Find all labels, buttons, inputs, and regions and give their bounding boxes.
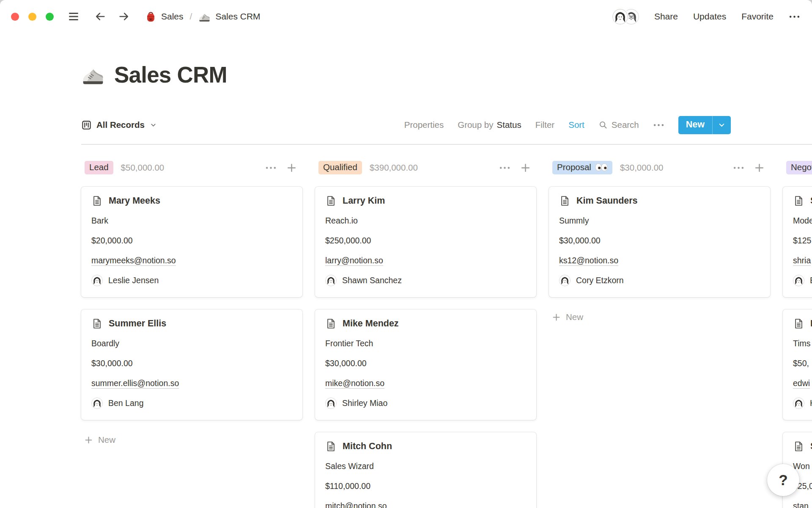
- page-icon: [559, 195, 571, 207]
- new-record-button[interactable]: New: [678, 116, 731, 134]
- card-company: Bark: [91, 215, 292, 226]
- card-email-link[interactable]: mike@notion.so: [325, 378, 384, 389]
- record-card[interactable]: S Mode $125 shria E: [783, 187, 812, 297]
- search-label: Search: [612, 120, 639, 130]
- card-email-link[interactable]: ks12@notion.so: [559, 256, 618, 266]
- column-status-badge[interactable]: Qualified: [318, 161, 362, 174]
- page-icon: [793, 441, 804, 452]
- add-card-button[interactable]: New: [549, 309, 770, 325]
- column-more-icon[interactable]: [499, 166, 510, 170]
- page-title[interactable]: Sales CRM: [114, 63, 227, 87]
- updates-button[interactable]: Updates: [693, 11, 726, 22]
- card-company: Tims: [793, 338, 812, 349]
- app-window: Sales / Sales CRM Share Updates Favorite…: [0, 0, 812, 508]
- card-company: Mode: [793, 215, 812, 226]
- group-by-button[interactable]: Group by Status: [458, 120, 521, 130]
- column-cards: S Mode $125 shria E E Tims $50, edwi H: [783, 187, 812, 508]
- add-card-label: New: [98, 435, 115, 445]
- column-total: $30,000.00: [620, 163, 664, 173]
- record-card[interactable]: Mitch Cohn Sales Wizard $110,000.00 mitc…: [315, 432, 536, 508]
- column-cards: Kim Saunders Summly $30,000.00 ks12@noti…: [549, 187, 770, 297]
- card-email-link[interactable]: shria: [793, 256, 811, 266]
- add-card-button[interactable]: New: [81, 432, 302, 447]
- filter-button[interactable]: Filter: [535, 120, 555, 130]
- column-add-icon[interactable]: [521, 163, 530, 173]
- plus-icon: [85, 436, 93, 444]
- zoom-window-button[interactable]: [46, 13, 54, 21]
- back-arrow-icon[interactable]: [94, 11, 106, 22]
- owner-avatar: [91, 275, 103, 286]
- board: Lead $50,000.00 Mary Meeks Bark $20,000.…: [0, 145, 812, 508]
- owner-name: Shawn Sanchez: [342, 275, 402, 286]
- help-button[interactable]: ?: [767, 464, 799, 496]
- minimize-window-button[interactable]: [28, 13, 36, 21]
- column-add-icon[interactable]: [287, 163, 296, 173]
- sort-button[interactable]: Sort: [568, 120, 584, 130]
- card-email-link[interactable]: marymeeks@notion.so: [91, 256, 176, 266]
- view-name: All Records: [96, 120, 145, 130]
- column-status-badge[interactable]: Lead: [85, 161, 113, 174]
- column-status-badge[interactable]: Negotiation: [786, 161, 812, 174]
- status-label: Proposal: [557, 162, 591, 172]
- breadcrumb-item-sales[interactable]: Sales: [145, 11, 184, 22]
- card-email-link[interactable]: edwi: [793, 378, 810, 389]
- card-title: Mary Meeks: [109, 196, 160, 206]
- properties-button[interactable]: Properties: [404, 120, 444, 130]
- sidebar-menu-icon[interactable]: [67, 10, 80, 23]
- card-amount: $30,000.00: [559, 235, 760, 246]
- column-header: Qualified $390,000.00: [315, 160, 536, 175]
- breadcrumb-label: Sales CRM: [215, 11, 260, 22]
- chevron-down-icon: [150, 122, 156, 128]
- card-company: Sales Wizard: [325, 461, 526, 472]
- card-email-link[interactable]: larry@notion.so: [325, 256, 383, 266]
- record-card[interactable]: Larry Kim Reach.io $250,000.00 larry@not…: [315, 187, 536, 297]
- column-more-icon[interactable]: [265, 166, 277, 170]
- card-company: Boardly: [91, 338, 292, 349]
- page-sneaker-icon[interactable]: [81, 63, 105, 87]
- search-button[interactable]: Search: [598, 120, 639, 130]
- column-status-badge[interactable]: Proposal: [552, 161, 612, 174]
- column-more-icon[interactable]: [733, 166, 744, 170]
- collaborator-avatar[interactable]: [612, 9, 628, 25]
- view-switcher[interactable]: All Records: [81, 120, 156, 130]
- card-amount: $110,000.00: [325, 480, 526, 492]
- card-company: Frontier Tech: [325, 338, 526, 349]
- sneaker-icon: [198, 11, 211, 23]
- plus-icon: [552, 313, 560, 321]
- card-email-link[interactable]: stan: [793, 501, 809, 508]
- card-amount: $250,000.00: [325, 235, 526, 246]
- record-card[interactable]: Mary Meeks Bark $20,000.00 marymeeks@not…: [81, 187, 302, 297]
- card-company: Reach.io: [325, 215, 526, 226]
- owner-avatar: [559, 275, 571, 286]
- breadcrumb: Sales / Sales CRM: [145, 11, 261, 23]
- favorite-button[interactable]: Favorite: [741, 11, 774, 22]
- board-column: Lead $50,000.00 Mary Meeks Bark $20,000.…: [81, 160, 302, 447]
- page-icon: [91, 318, 103, 329]
- card-email-link[interactable]: mitch@notion.so: [325, 501, 387, 508]
- board-column: Qualified $390,000.00 Larry Kim Reach.io…: [315, 160, 536, 508]
- page-header: Sales CRM: [81, 60, 812, 90]
- new-button-chevron-icon[interactable]: [713, 116, 731, 134]
- record-card[interactable]: Kim Saunders Summly $30,000.00 ks12@noti…: [549, 187, 770, 297]
- record-card[interactable]: Summer Ellis Boardly $30,000.00 summer.e…: [81, 309, 302, 420]
- collaborator-avatars[interactable]: [612, 9, 639, 25]
- owner-name: H: [810, 398, 812, 409]
- forward-arrow-icon[interactable]: [118, 11, 130, 22]
- record-card[interactable]: Mike Mendez Frontier Tech $30,000.00 mik…: [315, 309, 536, 420]
- breadcrumb-item-sales-crm[interactable]: Sales CRM: [198, 11, 260, 23]
- share-button[interactable]: Share: [654, 11, 678, 22]
- card-title: S: [810, 196, 812, 206]
- eyes-icon: [595, 163, 608, 171]
- search-icon: [598, 120, 608, 130]
- card-amount: $30,000.00: [325, 358, 526, 369]
- column-add-icon[interactable]: [754, 163, 764, 173]
- new-button-label[interactable]: New: [678, 116, 712, 134]
- card-title: Larry Kim: [343, 196, 385, 206]
- status-label: Negotiation: [791, 162, 812, 172]
- view-more-icon[interactable]: [653, 123, 664, 127]
- more-options-icon[interactable]: [789, 15, 800, 19]
- close-window-button[interactable]: [11, 13, 19, 21]
- record-card[interactable]: E Tims $50, edwi H: [783, 309, 812, 420]
- card-email-link[interactable]: summer.ellis@notion.so: [91, 378, 179, 389]
- column-header: Proposal $30,000.00: [549, 160, 770, 175]
